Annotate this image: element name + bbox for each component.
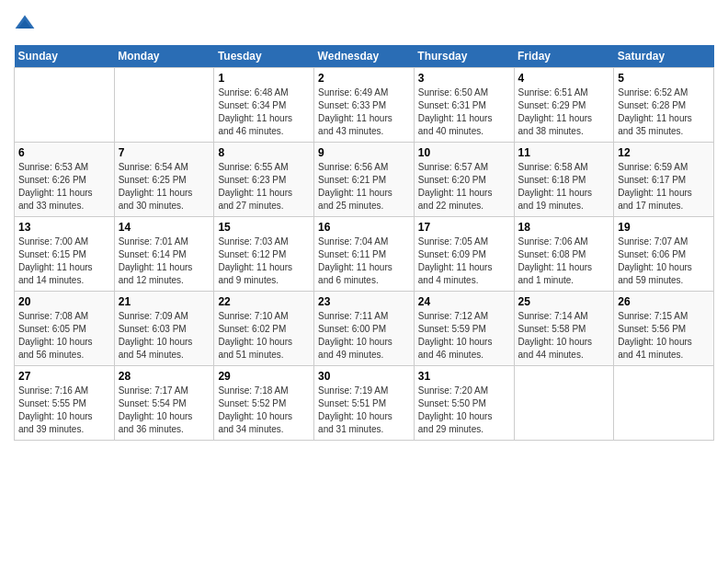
day-info: Sunrise: 7:08 AM Sunset: 6:05 PM Dayligh… <box>18 310 110 362</box>
day-info: Sunrise: 6:58 AM Sunset: 6:18 PM Dayligh… <box>518 161 610 213</box>
day-number: 18 <box>518 221 610 234</box>
day-info: Sunrise: 7:05 AM Sunset: 6:09 PM Dayligh… <box>418 236 510 287</box>
day-cell: 9Sunrise: 6:56 AM Sunset: 6:21 PM Daylig… <box>314 143 415 217</box>
day-cell: 11Sunrise: 6:58 AM Sunset: 6:18 PM Dayli… <box>514 143 614 217</box>
day-info: Sunrise: 6:51 AM Sunset: 6:29 PM Dayligh… <box>518 86 610 138</box>
day-number: 7 <box>119 146 210 159</box>
day-number: 28 <box>119 370 210 383</box>
column-header-thursday: Thursday <box>414 45 514 68</box>
day-number: 21 <box>119 295 210 308</box>
day-info: Sunrise: 7:03 AM Sunset: 6:12 PM Dayligh… <box>218 236 310 287</box>
day-info: Sunrise: 7:14 AM Sunset: 5:58 PM Dayligh… <box>518 310 610 362</box>
day-cell: 28Sunrise: 7:17 AM Sunset: 5:54 PM Dayli… <box>114 366 214 441</box>
day-number: 25 <box>518 295 610 308</box>
day-cell: 7Sunrise: 6:54 AM Sunset: 6:25 PM Daylig… <box>114 143 214 217</box>
day-info: Sunrise: 6:54 AM Sunset: 6:25 PM Dayligh… <box>119 161 210 213</box>
day-info: Sunrise: 7:16 AM Sunset: 5:55 PM Dayligh… <box>18 385 110 436</box>
day-number: 30 <box>318 370 410 383</box>
day-info: Sunrise: 7:11 AM Sunset: 6:00 PM Dayligh… <box>318 310 410 362</box>
day-number: 9 <box>318 146 410 159</box>
day-cell: 26Sunrise: 7:15 AM Sunset: 5:56 PM Dayli… <box>614 292 714 366</box>
day-cell: 10Sunrise: 6:57 AM Sunset: 6:20 PM Dayli… <box>414 143 514 217</box>
day-info: Sunrise: 7:17 AM Sunset: 5:54 PM Dayligh… <box>119 385 210 436</box>
day-cell: 31Sunrise: 7:20 AM Sunset: 5:50 PM Dayli… <box>414 366 514 441</box>
calendar-table: SundayMondayTuesdayWednesdayThursdayFrid… <box>14 45 714 441</box>
day-cell: 14Sunrise: 7:01 AM Sunset: 6:14 PM Dayli… <box>114 217 214 292</box>
column-header-sunday: Sunday <box>15 45 115 68</box>
day-info: Sunrise: 6:56 AM Sunset: 6:21 PM Dayligh… <box>318 161 410 213</box>
column-header-friday: Friday <box>514 45 614 68</box>
day-cell <box>15 68 115 143</box>
day-number: 13 <box>18 221 110 234</box>
column-header-saturday: Saturday <box>614 45 714 68</box>
day-number: 22 <box>218 295 310 308</box>
day-number: 6 <box>18 146 110 159</box>
day-number: 3 <box>418 72 510 85</box>
day-cell: 5Sunrise: 6:52 AM Sunset: 6:28 PM Daylig… <box>614 68 714 143</box>
day-number: 1 <box>218 72 310 85</box>
day-number: 29 <box>218 370 310 383</box>
day-info: Sunrise: 6:53 AM Sunset: 6:26 PM Dayligh… <box>18 161 110 213</box>
day-cell <box>514 366 614 441</box>
day-number: 8 <box>218 146 310 159</box>
day-number: 17 <box>418 221 510 234</box>
day-info: Sunrise: 7:00 AM Sunset: 6:15 PM Dayligh… <box>18 236 110 287</box>
column-header-tuesday: Tuesday <box>214 45 314 68</box>
day-cell: 8Sunrise: 6:55 AM Sunset: 6:23 PM Daylig… <box>214 143 314 217</box>
day-number: 31 <box>418 370 510 383</box>
day-number: 4 <box>518 72 610 85</box>
week-row-4: 20Sunrise: 7:08 AM Sunset: 6:05 PM Dayli… <box>15 292 714 366</box>
day-cell: 23Sunrise: 7:11 AM Sunset: 6:00 PM Dayli… <box>314 292 415 366</box>
day-info: Sunrise: 7:06 AM Sunset: 6:08 PM Dayligh… <box>518 236 610 287</box>
day-cell: 21Sunrise: 7:09 AM Sunset: 6:03 PM Dayli… <box>114 292 214 366</box>
day-cell: 13Sunrise: 7:00 AM Sunset: 6:15 PM Dayli… <box>15 217 115 292</box>
day-info: Sunrise: 7:12 AM Sunset: 5:59 PM Dayligh… <box>418 310 510 362</box>
day-number: 12 <box>618 146 710 159</box>
column-header-wednesday: Wednesday <box>314 45 415 68</box>
day-cell: 1Sunrise: 6:48 AM Sunset: 6:34 PM Daylig… <box>214 68 314 143</box>
week-row-2: 6Sunrise: 6:53 AM Sunset: 6:26 PM Daylig… <box>15 143 714 217</box>
day-cell: 16Sunrise: 7:04 AM Sunset: 6:11 PM Dayli… <box>314 217 415 292</box>
day-cell: 3Sunrise: 6:50 AM Sunset: 6:31 PM Daylig… <box>414 68 514 143</box>
day-cell <box>114 68 214 143</box>
day-info: Sunrise: 6:52 AM Sunset: 6:28 PM Dayligh… <box>618 86 710 138</box>
day-cell: 12Sunrise: 6:59 AM Sunset: 6:17 PM Dayli… <box>614 143 714 217</box>
day-cell: 6Sunrise: 6:53 AM Sunset: 6:26 PM Daylig… <box>15 143 115 217</box>
day-info: Sunrise: 6:50 AM Sunset: 6:31 PM Dayligh… <box>418 86 510 138</box>
day-cell: 30Sunrise: 7:19 AM Sunset: 5:51 PM Dayli… <box>314 366 415 441</box>
day-info: Sunrise: 6:49 AM Sunset: 6:33 PM Dayligh… <box>318 86 410 138</box>
day-info: Sunrise: 7:07 AM Sunset: 6:06 PM Dayligh… <box>618 236 710 287</box>
day-number: 27 <box>18 370 110 383</box>
day-cell <box>614 366 714 441</box>
day-info: Sunrise: 7:18 AM Sunset: 5:52 PM Dayligh… <box>218 385 310 436</box>
day-number: 23 <box>318 295 410 308</box>
day-cell: 15Sunrise: 7:03 AM Sunset: 6:12 PM Dayli… <box>214 217 314 292</box>
day-info: Sunrise: 7:04 AM Sunset: 6:11 PM Dayligh… <box>318 236 410 287</box>
column-header-monday: Monday <box>114 45 214 68</box>
day-info: Sunrise: 6:48 AM Sunset: 6:34 PM Dayligh… <box>218 86 310 138</box>
day-number: 10 <box>418 146 510 159</box>
day-number: 14 <box>119 221 210 234</box>
day-number: 5 <box>618 72 710 85</box>
day-cell: 2Sunrise: 6:49 AM Sunset: 6:33 PM Daylig… <box>314 68 415 143</box>
page-header <box>14 14 714 36</box>
logo-icon <box>14 14 36 36</box>
day-number: 16 <box>318 221 410 234</box>
week-row-5: 27Sunrise: 7:16 AM Sunset: 5:55 PM Dayli… <box>15 366 714 441</box>
day-info: Sunrise: 7:01 AM Sunset: 6:14 PM Dayligh… <box>119 236 210 287</box>
day-number: 26 <box>618 295 710 308</box>
day-number: 11 <box>518 146 610 159</box>
day-cell: 19Sunrise: 7:07 AM Sunset: 6:06 PM Dayli… <box>614 217 714 292</box>
day-cell: 4Sunrise: 6:51 AM Sunset: 6:29 PM Daylig… <box>514 68 614 143</box>
day-number: 2 <box>318 72 410 85</box>
day-number: 15 <box>218 221 310 234</box>
day-info: Sunrise: 6:57 AM Sunset: 6:20 PM Dayligh… <box>418 161 510 213</box>
day-cell: 17Sunrise: 7:05 AM Sunset: 6:09 PM Dayli… <box>414 217 514 292</box>
day-cell: 27Sunrise: 7:16 AM Sunset: 5:55 PM Dayli… <box>15 366 115 441</box>
week-row-3: 13Sunrise: 7:00 AM Sunset: 6:15 PM Dayli… <box>15 217 714 292</box>
day-info: Sunrise: 7:19 AM Sunset: 5:51 PM Dayligh… <box>318 385 410 436</box>
day-info: Sunrise: 6:55 AM Sunset: 6:23 PM Dayligh… <box>218 161 310 213</box>
day-number: 24 <box>418 295 510 308</box>
day-info: Sunrise: 7:10 AM Sunset: 6:02 PM Dayligh… <box>218 310 310 362</box>
logo <box>14 14 38 36</box>
